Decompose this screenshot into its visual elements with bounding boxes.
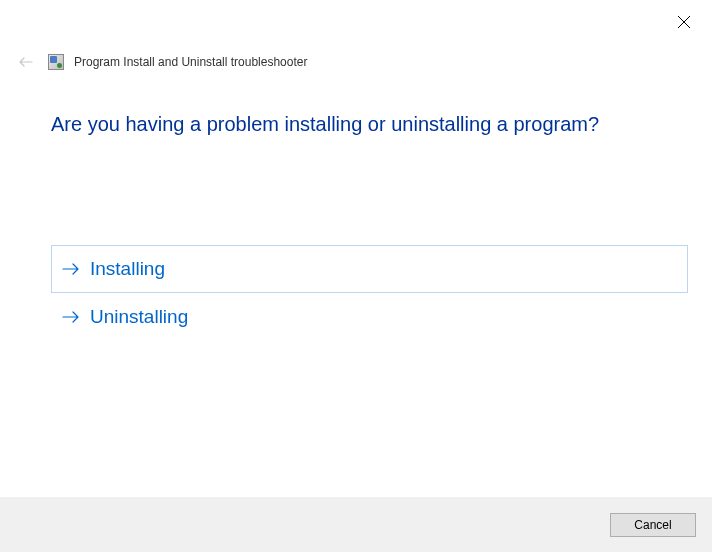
cancel-button[interactable]: Cancel: [610, 513, 696, 537]
wizard-title: Program Install and Uninstall troublesho…: [74, 55, 307, 69]
option-label: Uninstalling: [90, 306, 188, 328]
question-heading: Are you having a problem installing or u…: [51, 113, 599, 136]
back-arrow-icon: [18, 54, 34, 70]
close-button[interactable]: [672, 10, 696, 34]
wizard-footer: Cancel: [0, 497, 712, 552]
close-icon: [678, 16, 690, 28]
arrow-right-icon: [62, 260, 80, 278]
option-label: Installing: [90, 258, 165, 280]
arrow-right-icon: [62, 308, 80, 326]
option-installing[interactable]: Installing: [51, 245, 688, 293]
troubleshooter-icon: [48, 54, 64, 70]
back-button[interactable]: [14, 50, 38, 74]
options-list: Installing Uninstalling: [51, 245, 688, 341]
option-uninstalling[interactable]: Uninstalling: [51, 293, 688, 341]
wizard-header: Program Install and Uninstall troublesho…: [14, 50, 307, 74]
